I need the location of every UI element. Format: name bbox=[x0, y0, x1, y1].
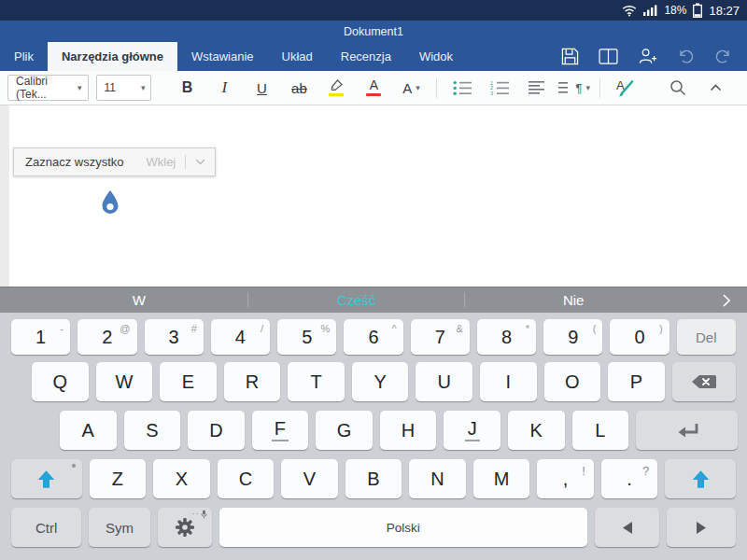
num-7-key[interactable]: 7& bbox=[411, 319, 470, 355]
num-6-key[interactable]: 6^ bbox=[344, 319, 402, 355]
num-2-key[interactable]: 2@ bbox=[78, 319, 136, 355]
ribbon-tab-bar: Plik Narzędzia główne Wstawianie Układ R… bbox=[0, 42, 747, 71]
highlight-button[interactable] bbox=[317, 74, 355, 102]
e-key[interactable]: E bbox=[160, 362, 217, 401]
bullet-list-button[interactable] bbox=[444, 74, 481, 102]
num-1-key[interactable]: 1- bbox=[11, 319, 70, 355]
collapse-ribbon-button[interactable] bbox=[697, 74, 734, 102]
paste-button[interactable]: Wklej bbox=[134, 155, 181, 169]
enter-key[interactable] bbox=[636, 411, 738, 450]
s-key[interactable]: S bbox=[124, 411, 181, 450]
num-3-key[interactable]: 3# bbox=[145, 319, 204, 355]
font-color-button[interactable]: A bbox=[355, 74, 392, 102]
key-label: Q bbox=[53, 371, 68, 393]
character-formatting-button[interactable]: A ▾ bbox=[392, 74, 430, 102]
font-size-dropdown[interactable]: 11 ▾ bbox=[96, 75, 152, 101]
tab-plik[interactable]: Plik bbox=[0, 42, 48, 71]
search-button[interactable] bbox=[659, 74, 697, 102]
redo-icon bbox=[714, 49, 732, 64]
u-key[interactable]: U bbox=[416, 362, 472, 401]
backspace-key[interactable] bbox=[672, 362, 736, 401]
suggestion-2-highlighted[interactable]: Cześć bbox=[248, 287, 465, 313]
p-key[interactable]: P bbox=[608, 362, 665, 401]
select-all-button[interactable]: Zaznacz wszystko bbox=[14, 155, 134, 169]
tab-recenzja[interactable]: Recenzja bbox=[327, 42, 405, 71]
space-key[interactable]: Polski bbox=[219, 508, 588, 547]
tab-narzedzia-glowne[interactable]: Narzędzia główne bbox=[48, 42, 177, 71]
tab-widok[interactable]: Widok bbox=[405, 42, 467, 71]
reading-view-icon bbox=[599, 49, 618, 64]
period-key[interactable]: .? bbox=[601, 459, 658, 498]
tab-uklad[interactable]: Układ bbox=[268, 42, 327, 71]
arrow-left-key[interactable] bbox=[595, 508, 659, 547]
numbered-list-button[interactable]: 1 2 3 bbox=[481, 74, 518, 102]
share-button[interactable] bbox=[638, 48, 657, 65]
svg-text:3: 3 bbox=[490, 91, 493, 96]
key-label: T bbox=[310, 371, 321, 393]
h-key[interactable]: H bbox=[380, 411, 437, 450]
context-menu-expand-button[interactable] bbox=[190, 159, 215, 165]
more-suggestions-button[interactable] bbox=[723, 287, 730, 313]
l-key[interactable]: L bbox=[572, 411, 629, 450]
m-key[interactable]: M bbox=[473, 459, 530, 498]
font-name-dropdown[interactable]: Calibri (Tek... ▾ bbox=[7, 75, 89, 101]
shift-left-key[interactable] bbox=[11, 459, 82, 498]
redo-button[interactable] bbox=[714, 49, 732, 64]
paragraph-formatting-button[interactable]: ¶ ▾ bbox=[556, 74, 593, 102]
save-button[interactable] bbox=[561, 48, 579, 65]
shift-right-key[interactable] bbox=[665, 459, 736, 498]
undo-button[interactable] bbox=[677, 49, 695, 64]
key-secondary-label: ^ bbox=[391, 323, 396, 334]
x-key[interactable]: X bbox=[153, 459, 210, 498]
reading-view-button[interactable] bbox=[599, 49, 618, 64]
t-key[interactable]: T bbox=[288, 362, 345, 401]
d-key[interactable]: D bbox=[188, 411, 245, 450]
key-label: Del bbox=[696, 329, 717, 345]
num-5-key[interactable]: 5% bbox=[277, 319, 336, 355]
key-label: R bbox=[246, 371, 259, 393]
key-label: 7 bbox=[435, 327, 445, 348]
i-key[interactable]: I bbox=[480, 362, 537, 401]
c-key[interactable]: C bbox=[218, 459, 275, 498]
num-4-key[interactable]: 4/ bbox=[211, 319, 270, 355]
z-key[interactable]: Z bbox=[90, 459, 147, 498]
b-key[interactable]: B bbox=[345, 459, 402, 498]
r-key[interactable]: R bbox=[224, 362, 281, 401]
q-key[interactable]: Q bbox=[32, 362, 89, 401]
suggestion-1[interactable]: W bbox=[31, 287, 247, 313]
keyboard-row: ASDFGHJKL bbox=[60, 411, 738, 450]
text-cursor-handle[interactable] bbox=[101, 190, 120, 220]
key-label: 3 bbox=[169, 327, 179, 348]
g-key[interactable]: G bbox=[316, 411, 373, 450]
o-key[interactable]: O bbox=[544, 362, 601, 401]
underline-button[interactable]: U bbox=[243, 74, 280, 102]
strikethrough-button[interactable]: ab bbox=[280, 74, 317, 102]
w-key[interactable]: W bbox=[96, 362, 153, 401]
bold-button[interactable]: B bbox=[168, 74, 205, 102]
arrow-right-key[interactable] bbox=[667, 508, 736, 547]
document-canvas[interactable]: Zaznacz wszystko Wklej bbox=[0, 105, 747, 287]
num-0-key[interactable]: 0) bbox=[610, 319, 669, 355]
suggestion-3[interactable]: Nie bbox=[465, 287, 682, 313]
tab-wstawianie[interactable]: Wstawianie bbox=[177, 42, 267, 71]
j-key[interactable]: J bbox=[444, 411, 500, 450]
font-size-value: 11 bbox=[105, 81, 116, 94]
y-key[interactable]: Y bbox=[352, 362, 409, 401]
key-label: Y bbox=[374, 371, 386, 393]
num-9-key[interactable]: 9( bbox=[543, 319, 602, 355]
v-key[interactable]: V bbox=[281, 459, 338, 498]
ctrl-key[interactable]: Ctrl bbox=[11, 508, 81, 547]
key-label: 2 bbox=[102, 327, 112, 348]
k-key[interactable]: K bbox=[508, 411, 565, 450]
comma-key[interactable]: ,! bbox=[537, 459, 594, 498]
a-key[interactable]: A bbox=[60, 411, 117, 450]
sym-key[interactable]: Sym bbox=[89, 508, 150, 547]
num-8-key[interactable]: 8* bbox=[477, 319, 536, 355]
n-key[interactable]: N bbox=[409, 459, 466, 498]
settings-key[interactable]: ·· bbox=[158, 508, 212, 547]
italic-button[interactable]: I bbox=[205, 74, 243, 102]
align-left-button[interactable] bbox=[518, 74, 556, 102]
del-key[interactable]: Del bbox=[677, 319, 736, 355]
f-key[interactable]: F bbox=[252, 411, 309, 450]
format-painter-button[interactable]: A bbox=[607, 74, 644, 102]
